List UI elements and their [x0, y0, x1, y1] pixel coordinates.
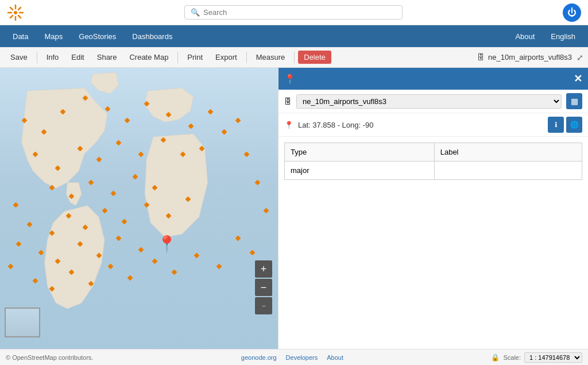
- scale-area: 🔒 Scale: 1 : 147914678: [491, 352, 582, 363]
- top-header: 🔍 ⏻: [0, 0, 588, 25]
- data-table-wrap: Type Label major: [278, 137, 588, 349]
- table-header-row: Type Label: [285, 143, 582, 162]
- search-input[interactable]: [203, 8, 396, 17]
- share-button[interactable]: Share: [91, 51, 123, 64]
- toolbar: Save Info Edit Share Create Map Print Ex…: [0, 47, 588, 68]
- map-area: 📍 + − ···: [0, 68, 278, 349]
- layer-selector-row: 🗄 ne_10m_airports_vufl8s3 ▦: [278, 90, 588, 113]
- expand-icon[interactable]: ⤢: [577, 53, 583, 62]
- nav-item-maps[interactable]: Maps: [36, 28, 71, 45]
- map-controls: + − ···: [255, 260, 272, 314]
- col-label-header: Label: [434, 143, 582, 162]
- search-icon: 🔍: [191, 8, 200, 17]
- export-button[interactable]: Export: [210, 51, 243, 64]
- layer-select[interactable]: ne_10m_airports_vufl8s3: [296, 94, 562, 109]
- nav-item-geostories[interactable]: GeoStories: [71, 28, 124, 45]
- coord-buttons: ℹ 🌐: [548, 117, 582, 133]
- label-cell: [434, 162, 582, 180]
- main-content: 📍 + − ··· 📍 ✕ 🗄 ne_10m_airports_vufl8s3: [0, 68, 588, 349]
- layer-icon: 🗄: [477, 53, 485, 62]
- info-panel: 📍 ✕ 🗄 ne_10m_airports_vufl8s3 ▦ 📍 Lat: 3…: [278, 68, 588, 349]
- print-button[interactable]: Print: [181, 51, 208, 64]
- zoom-out-button[interactable]: −: [255, 279, 272, 296]
- chart-button[interactable]: ▦: [566, 93, 582, 109]
- panel-header-left: 📍: [284, 74, 296, 84]
- logo-icon: [7, 4, 24, 21]
- coord-pin-icon: 📍: [284, 121, 293, 129]
- panel-pin-icon: 📍: [284, 74, 296, 84]
- coordinates-text: Lat: 37.858 - Long: -90: [298, 121, 543, 129]
- toolbar-right: 🗄 ne_10m_airports_vufl8s3 ⤢: [477, 53, 583, 62]
- globe-button-coord[interactable]: 🌐: [566, 117, 582, 133]
- svg-line-8: [10, 16, 13, 18]
- scale-label: Scale:: [503, 354, 521, 361]
- mini-map: [5, 308, 40, 337]
- info-button-coord[interactable]: ℹ: [548, 117, 564, 133]
- create-map-button[interactable]: Create Map: [123, 51, 174, 64]
- map-background: 📍: [0, 68, 278, 349]
- footer-link-about[interactable]: About: [327, 354, 343, 361]
- attribution-text: © OpenStreetMap contributors.: [6, 354, 93, 361]
- type-cell: major: [285, 162, 435, 180]
- nav-item-dashboards[interactable]: Dashboards: [124, 28, 180, 45]
- col-type-header: Type: [285, 143, 435, 162]
- feature-table: Type Label major: [284, 143, 582, 180]
- edit-button[interactable]: Edit: [65, 51, 90, 64]
- footer-link-geonode[interactable]: geonode.org: [241, 354, 277, 361]
- table-row: major: [285, 162, 582, 180]
- svg-line-7: [18, 7, 21, 10]
- footer: © OpenStreetMap contributors. geonode.or…: [0, 349, 588, 365]
- panel-header: 📍 ✕: [278, 68, 588, 90]
- world-map-svg: [0, 68, 278, 349]
- power-button[interactable]: ⏻: [563, 3, 581, 22]
- svg-line-6: [18, 16, 21, 18]
- footer-links: geonode.org Developers About: [241, 354, 343, 361]
- more-controls-button[interactable]: ···: [255, 297, 272, 314]
- save-button[interactable]: Save: [5, 51, 33, 64]
- nav-item-data[interactable]: Data: [5, 28, 36, 45]
- zoom-in-button[interactable]: +: [255, 260, 272, 278]
- nav-right: About English: [507, 28, 583, 45]
- svg-point-0: [14, 11, 17, 14]
- svg-line-5: [10, 7, 13, 10]
- nav-item-about[interactable]: About: [507, 28, 543, 45]
- table-header: Type Label: [285, 143, 582, 162]
- delete-button[interactable]: Delete: [298, 51, 331, 64]
- panel-close-button[interactable]: ✕: [574, 72, 582, 85]
- table-body: major: [285, 162, 582, 180]
- logo-area: [7, 4, 24, 21]
- nav-item-english[interactable]: English: [543, 28, 583, 45]
- measure-button[interactable]: Measure: [250, 51, 291, 64]
- footer-link-developers[interactable]: Developers: [286, 354, 318, 361]
- info-button[interactable]: Info: [41, 51, 65, 64]
- scale-select[interactable]: 1 : 147914678: [524, 352, 582, 363]
- layer-name-text: ne_10m_airports_vufl8s3: [488, 53, 572, 62]
- coordinate-row: 📍 Lat: 37.858 - Long: -90 ℹ 🌐: [278, 113, 588, 137]
- layer-name: 🗄 ne_10m_airports_vufl8s3: [477, 53, 572, 62]
- search-bar[interactable]: 🔍: [184, 5, 403, 20]
- scale-lock-icon: 🔒: [491, 354, 500, 362]
- mini-map-inner: [6, 309, 39, 336]
- layer-row-icon: 🗄: [284, 97, 292, 106]
- nav-bar: Data Maps GeoStories Dashboards About En…: [0, 25, 588, 47]
- map-pin: 📍: [157, 235, 177, 253]
